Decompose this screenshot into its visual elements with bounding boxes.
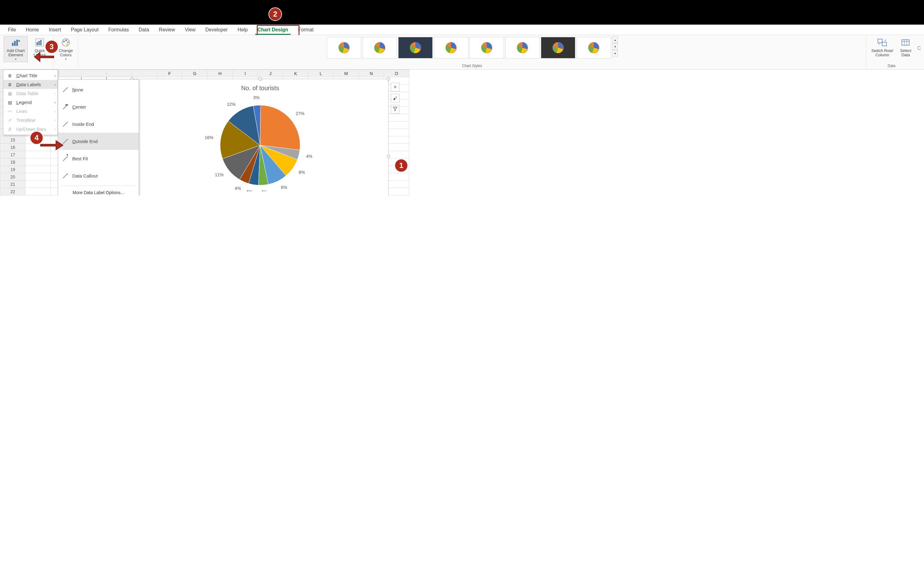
chart-style-thumb[interactable] xyxy=(470,37,504,58)
masthead-blackout xyxy=(0,0,924,25)
chart-style-thumb[interactable] xyxy=(576,37,611,58)
gallery-scroll: ▴ ▾ ▾ xyxy=(612,36,618,56)
column-header[interactable] xyxy=(107,70,132,77)
submenu-best-fit[interactable]: Best Fit xyxy=(58,150,139,167)
chart-style-thumb[interactable] xyxy=(363,37,397,58)
annotation-badge-1: 1 xyxy=(394,159,408,172)
cell[interactable] xyxy=(26,173,51,180)
column-header[interactable]: L xyxy=(309,70,333,77)
chart-object[interactable]: + 🖌 No. of tourists 3%27%4%8%8%4%4%4%11%… xyxy=(132,79,389,195)
row-header[interactable]: 15 xyxy=(0,136,26,144)
row-header[interactable]: 20 xyxy=(0,173,26,180)
row-header[interactable]: 22 xyxy=(0,188,26,195)
tab-developer[interactable]: Developer xyxy=(200,25,233,35)
add-chart-element-menu: 🗎 Chart Title › 🗎 Data Labels › ▦ Data T… xyxy=(3,69,58,135)
column-header[interactable]: K xyxy=(283,70,309,77)
row-header[interactable]: 21 xyxy=(0,180,26,188)
menu-chart-title[interactable]: 🗎 Chart Title › xyxy=(3,71,58,80)
submenu-center[interactable]: Center xyxy=(58,98,139,116)
pie-data-label: 4% xyxy=(261,190,267,191)
select-data-button[interactable]: Select Data xyxy=(896,36,915,59)
switch-row-column-button[interactable]: Switch Row/ Column xyxy=(868,36,896,59)
tab-view[interactable]: View xyxy=(180,25,200,35)
submenu-none[interactable]: None xyxy=(58,81,139,98)
chart-style-thumb[interactable] xyxy=(541,37,575,58)
column-header[interactable] xyxy=(81,70,107,77)
chart-style-thumb[interactable] xyxy=(505,37,540,58)
tab-page-layout[interactable]: Page Layout xyxy=(66,25,103,35)
tab-review[interactable]: Review xyxy=(154,25,180,35)
submenu-outside-end[interactable]: Outside End xyxy=(58,132,139,150)
cell[interactable] xyxy=(26,166,51,173)
pie-data-label: 8% xyxy=(299,170,305,175)
row-header[interactable]: 19 xyxy=(0,166,26,173)
menu-updown-bars: ⇵ Up/Down Bars › xyxy=(3,125,58,134)
submenu-data-callout[interactable]: Data Callout xyxy=(58,167,139,184)
data-section-label: Data xyxy=(888,63,895,69)
row-header[interactable]: 17 xyxy=(0,151,26,159)
row-header[interactable]: 16 xyxy=(0,144,26,151)
ribbon-body: Add Chart Element ▾ Quick Layout ▾ Chang… xyxy=(0,35,924,69)
gallery-more[interactable]: ▾ xyxy=(612,50,618,56)
column-header[interactable]: I xyxy=(233,70,258,77)
tab-format[interactable]: Format xyxy=(293,25,318,35)
chart-styles-section-label: Chart Styles xyxy=(462,63,482,69)
submenu-more-options[interactable]: More Data Label Options... xyxy=(58,187,139,195)
chart-filters-button[interactable] xyxy=(391,105,399,114)
column-header[interactable]: N xyxy=(359,70,384,77)
cell[interactable] xyxy=(26,159,51,166)
submenu-more-label: More Data Label Options... xyxy=(73,190,124,195)
column-header[interactable] xyxy=(132,70,157,77)
svg-point-12 xyxy=(67,41,69,43)
resize-handle[interactable] xyxy=(259,78,262,81)
svg-rect-8 xyxy=(40,40,41,45)
add-chart-element-button[interactable]: Add Chart Element ▾ xyxy=(4,36,28,62)
annotation-badge-2: 2 xyxy=(269,7,282,21)
tab-home[interactable]: Home xyxy=(21,25,44,35)
change-colors-button[interactable]: Change Colors ▾ xyxy=(56,36,76,62)
svg-rect-0 xyxy=(12,43,13,46)
legend-icon: ▤ xyxy=(7,100,13,105)
tab-chart-design[interactable]: Chart Design xyxy=(253,25,293,35)
chart-style-thumb[interactable] xyxy=(398,37,432,58)
trendline-icon: ↗ xyxy=(7,118,13,123)
chart-style-gallery[interactable]: ▴ ▾ ▾ xyxy=(326,36,618,59)
tab-file[interactable]: File xyxy=(3,25,21,35)
pie-slice[interactable] xyxy=(260,105,300,150)
column-header[interactable]: J xyxy=(258,70,283,77)
tab-formulas[interactable]: Formulas xyxy=(103,25,134,35)
row-header[interactable]: 18 xyxy=(0,159,26,166)
pie-data-label: 4% xyxy=(234,186,241,191)
pie-plot-area[interactable]: 3%27%4%8%8%4%4%4%11%16%12% xyxy=(196,93,325,191)
resize-handle[interactable] xyxy=(387,78,390,81)
svg-point-11 xyxy=(66,40,67,41)
column-header[interactable]: F xyxy=(157,70,182,77)
column-header[interactable]: G xyxy=(182,70,208,77)
menu-legend[interactable]: ▤ Legend › xyxy=(3,98,58,107)
gallery-scroll-up[interactable]: ▴ xyxy=(612,36,618,43)
svg-rect-24 xyxy=(902,40,909,45)
column-header[interactable]: H xyxy=(208,70,233,77)
menu-data-labels[interactable]: 🗎 Data Labels › xyxy=(3,80,58,89)
column-header[interactable]: M xyxy=(333,70,359,77)
cell[interactable] xyxy=(26,188,51,195)
tab-help[interactable]: Help xyxy=(233,25,253,35)
chart-elements-button[interactable]: + xyxy=(391,83,399,91)
gallery-scroll-down[interactable]: ▾ xyxy=(612,43,618,50)
chart-style-thumb[interactable] xyxy=(327,37,361,58)
submenu-inside-end[interactable]: Inside End xyxy=(58,116,139,132)
cell[interactable] xyxy=(26,180,51,188)
tab-data[interactable]: Data xyxy=(134,25,154,35)
submenu-data-callout-label: Data Callout xyxy=(72,173,98,179)
svg-rect-34 xyxy=(67,154,68,155)
center-icon xyxy=(61,101,68,112)
chart-style-thumb[interactable] xyxy=(434,37,468,58)
chart-styles-button[interactable]: 🖌 xyxy=(391,94,399,103)
tab-insert[interactable]: Insert xyxy=(44,25,66,35)
chart-title[interactable]: No. of tourists xyxy=(241,84,279,92)
switch-row-column-icon xyxy=(877,38,888,48)
quick-layout-icon xyxy=(35,38,45,48)
column-header[interactable]: O xyxy=(384,70,409,77)
resize-handle[interactable] xyxy=(387,155,390,158)
svg-point-10 xyxy=(63,41,65,43)
